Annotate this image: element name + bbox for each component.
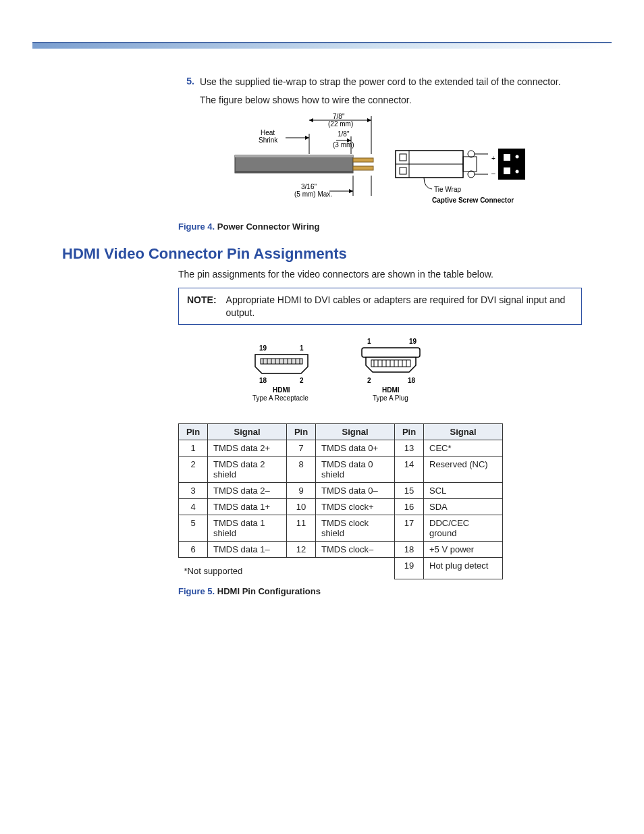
figure-5-title: HDMI Pin Configurations [217, 586, 321, 596]
c: TMDS data 0– [316, 483, 395, 499]
c: TMDS data 0 shield [316, 457, 395, 483]
c: 14 [395, 457, 424, 483]
section-body: The pin assignments for the video connec… [178, 268, 582, 596]
svg-point-32 [516, 155, 519, 158]
svg-text:HDMI: HDMI [273, 386, 290, 394]
svg-text:HDMI: HDMI [382, 386, 400, 394]
figure-5-caption: Figure 5. HDMI Pin Configurations [178, 586, 582, 596]
svg-rect-3 [353, 158, 373, 162]
svg-text:Type A Plug: Type A Plug [373, 394, 408, 402]
tiewrap-label: Tie Wrap [434, 186, 461, 193]
section-heading: HDMI Video Connector Pin Assignments [62, 245, 582, 263]
c: +5 V power [424, 542, 503, 558]
hdmi-connectors-svg: 19 1 18 2 HDMI Type A Receptac [205, 336, 448, 417]
svg-text:19: 19 [409, 338, 417, 345]
power-connector-diagram: Heat Shrink 7/8" (22 mm) 1/8" (3 mm) [221, 113, 539, 215]
heat-label: Heat [261, 129, 275, 136]
svg-text:+: + [491, 155, 495, 162]
step-text-1: Use the supplied tie-wrap to strap the p… [200, 76, 582, 88]
c: SDA [424, 499, 503, 515]
c: 19 [395, 558, 424, 579]
c: 18 [395, 542, 424, 558]
figure-4-label: Figure 4. [178, 221, 215, 232]
svg-marker-6 [305, 136, 309, 140]
note-label: NOTE: [187, 294, 217, 319]
c: 8 [287, 457, 316, 483]
c: 13 [395, 440, 424, 457]
c: 17 [395, 515, 424, 542]
svg-rect-2 [235, 171, 353, 173]
svg-rect-55 [362, 348, 420, 357]
c: Reserved (NC) [424, 457, 503, 483]
figure-4: Heat Shrink 7/8" (22 mm) 1/8" (3 mm) [178, 113, 582, 232]
step-number: 5. [178, 76, 194, 107]
svg-rect-0 [235, 155, 353, 173]
svg-text:–: – [491, 170, 495, 177]
svg-rect-29 [498, 149, 525, 180]
c: 6 [179, 542, 208, 558]
step-body: Use the supplied tie-wrap to strap the p… [200, 76, 582, 107]
c: 4 [179, 499, 208, 515]
c: CEC* [424, 440, 503, 457]
svg-text:19: 19 [259, 344, 267, 352]
step-5: 5. Use the supplied tie-wrap to strap th… [178, 76, 582, 107]
c: 1 [179, 440, 208, 457]
th-pin-2: Pin [287, 424, 316, 440]
th-sig-1: Signal [208, 424, 287, 440]
note-text: Appropriate HDMI to DVI cables or adapte… [226, 294, 573, 319]
th-pin-1: Pin [179, 424, 208, 440]
c: TMDS clock shield [316, 515, 395, 542]
c: TMDS clock– [316, 542, 395, 558]
dim-5mm: (5 mm) Max. [294, 190, 332, 198]
svg-text:2: 2 [367, 377, 371, 384]
shrink-label: Shrink [259, 136, 278, 144]
svg-text:2: 2 [300, 377, 304, 384]
c: 9 [287, 483, 316, 499]
c: TMDS data 2 shield [208, 457, 287, 483]
dim-18: 1/8" [338, 130, 350, 138]
c: TMDS data 1– [208, 542, 287, 558]
c: TMDS data 2– [208, 483, 287, 499]
c: 15 [395, 483, 424, 499]
c: 7 [287, 440, 316, 457]
c: TMDS data 1 shield [208, 515, 287, 542]
svg-rect-30 [504, 154, 510, 161]
section-intro: The pin assignments for the video connec… [178, 268, 582, 281]
c: TMDS data 2+ [208, 440, 287, 457]
step-block: 5. Use the supplied tie-wrap to strap th… [178, 76, 582, 232]
c: 5 [179, 515, 208, 542]
svg-text:1: 1 [300, 344, 304, 352]
note-box: NOTE: Appropriate HDMI to DVI cables or … [178, 288, 582, 325]
c: 2 [179, 457, 208, 483]
figure-5-label: Figure 5. [178, 586, 215, 596]
step-text-2: The figure below shows how to wire the c… [200, 94, 582, 107]
th-pin-3: Pin [395, 424, 424, 440]
captive-label: Captive Screw Connector [432, 197, 514, 204]
pin-table: Pin Signal Pin Signal Pin Signal 1 TMDS … [178, 423, 503, 579]
figure-4-caption: Figure 4. Power Connector Wiring [178, 221, 582, 232]
c: 3 [179, 483, 208, 499]
c: Hot plug detect [424, 558, 503, 579]
svg-marker-10 [367, 118, 371, 122]
svg-rect-38 [261, 359, 302, 364]
connector-diagrams: 19 1 18 2 HDMI Type A Receptac [178, 336, 582, 417]
svg-rect-24 [463, 157, 477, 172]
dim-3mm: (3 mm) [333, 141, 354, 149]
svg-text:Type A Receptacle: Type A Receptacle [252, 394, 308, 402]
c: TMDS data 0+ [316, 440, 395, 457]
svg-rect-4 [353, 166, 373, 170]
c: 10 [287, 499, 316, 515]
header-rule [32, 42, 612, 49]
c: 12 [287, 542, 316, 558]
dim-316: 3/16" [301, 183, 317, 190]
svg-marker-16 [349, 189, 353, 193]
c: SCL [424, 483, 503, 499]
th-sig-3: Signal [424, 424, 503, 440]
svg-text:1: 1 [367, 338, 371, 345]
c: TMDS clock+ [316, 499, 395, 515]
content: 5. Use the supplied tie-wrap to strap th… [62, 76, 582, 596]
svg-text:18: 18 [408, 377, 416, 384]
svg-marker-9 [309, 118, 313, 122]
page: 5. Use the supplied tie-wrap to strap th… [0, 42, 644, 834]
svg-text:18: 18 [259, 377, 267, 384]
